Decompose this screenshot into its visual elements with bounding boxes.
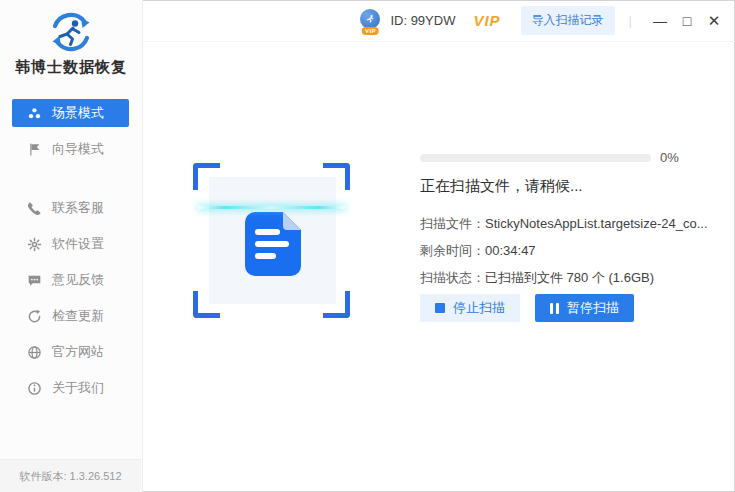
sidebar: 韩博士数据恢复 场景模式 向导模式 联系客服 (0, 0, 143, 492)
feedback-chat-icon (27, 273, 42, 288)
document-text-line (255, 229, 280, 235)
website-globe-icon (27, 345, 42, 360)
sidebar-item-check-update[interactable]: 检查更新 (12, 302, 129, 330)
scan-status-heading: 正在扫描文件，请稍候... (420, 177, 583, 196)
topbar-divider: | (629, 13, 632, 28)
bracket-top-right (323, 163, 350, 190)
import-scan-record-button[interactable]: 导入扫描记录 (521, 6, 615, 35)
scan-file-value: StickyNotesAppList.targetsize-24_co... (485, 216, 708, 231)
sidebar-item-label: 检查更新 (52, 307, 104, 325)
scan-info-panel: 0% 正在扫描文件，请稍候... 扫描文件：StickyNotesAppList… (420, 150, 725, 330)
sidebar-item-label: 意见反馈 (52, 271, 104, 289)
sidebar-item-label: 关于我们 (52, 379, 104, 397)
maximize-button[interactable]: □ (676, 10, 698, 32)
document-icon (245, 212, 301, 276)
check-update-icon (27, 309, 42, 324)
scan-buttons: 停止扫描 暂停扫描 (420, 294, 634, 322)
scan-state-label: 扫描状态： (420, 270, 485, 285)
remaining-time-row: 剩余时间：00:34:47 (420, 237, 708, 264)
menu-gap (0, 171, 142, 194)
app-title: 韩博士数据恢复 (0, 58, 142, 77)
sidebar-item-label: 向导模式 (52, 140, 104, 158)
sidebar-item-settings[interactable]: 软件设置 (12, 230, 129, 258)
sidebar-item-label: 联系客服 (52, 199, 104, 217)
app-window: 韩博士数据恢复 场景模式 向导模式 联系客服 (0, 0, 735, 492)
version-footer: 软件版本: 1.3.26.512 (0, 459, 141, 492)
document-text-line (255, 241, 289, 247)
pause-scan-label: 暂停扫描 (567, 299, 619, 317)
bracket-bottom-left (193, 291, 220, 318)
app-logo-icon (48, 9, 94, 55)
bracket-top-left (193, 163, 220, 190)
minimize-button[interactable]: — (649, 10, 671, 32)
pause-scan-button[interactable]: 暂停扫描 (535, 294, 634, 322)
account-avatar (360, 9, 380, 29)
about-info-icon (27, 381, 42, 396)
vip-label[interactable]: VIP (473, 12, 500, 29)
remaining-time-label: 剩余时间： (420, 243, 485, 258)
sidebar-item-wizard-mode[interactable]: 向导模式 (12, 135, 129, 163)
sidebar-item-label: 软件设置 (52, 235, 104, 253)
scan-beam (198, 206, 345, 209)
progress-percent-label: 0% (660, 150, 679, 165)
scan-state-row: 扫描状态：已扫描到文件 780 个 (1.6GB) (420, 264, 708, 291)
progress-row: 0% (420, 150, 679, 165)
stop-icon (435, 303, 445, 313)
close-button[interactable]: ✕ (703, 10, 725, 32)
sidebar-item-feedback[interactable]: 意见反馈 (12, 266, 129, 294)
vip-ribbon: VIP (362, 27, 379, 35)
document-text-line (255, 253, 276, 259)
topbar: VIP ID: 99YDW VIP 导入扫描记录 | — □ ✕ (143, 0, 735, 42)
bracket-bottom-right (323, 291, 350, 318)
sidebar-item-label: 场景模式 (52, 104, 104, 122)
sidebar-menu: 场景模式 向导模式 联系客服 软件设置 (0, 99, 142, 410)
version-label: 软件版本: 1.3.26.512 (19, 469, 121, 484)
scene-mode-icon (27, 106, 42, 121)
scanner-illustration (193, 163, 350, 318)
wizard-mode-icon (27, 142, 42, 157)
stop-scan-button[interactable]: 停止扫描 (420, 294, 520, 322)
scan-details: 扫描文件：StickyNotesAppList.targetsize-24_co… (420, 210, 708, 291)
settings-gear-icon (27, 237, 42, 252)
stop-scan-label: 停止扫描 (453, 299, 505, 317)
scan-file-row: 扫描文件：StickyNotesAppList.targetsize-24_co… (420, 210, 708, 237)
sidebar-item-label: 官方网站 (52, 343, 104, 361)
sidebar-item-about[interactable]: 关于我们 (12, 374, 129, 402)
pause-icon (550, 303, 559, 314)
vip-account-badge-icon: VIP (358, 9, 382, 33)
progress-bar (420, 154, 651, 162)
scan-file-label: 扫描文件： (420, 216, 485, 231)
sidebar-item-website[interactable]: 官方网站 (12, 338, 129, 366)
contact-support-icon (27, 201, 42, 216)
scan-state-value: 已扫描到文件 780 个 (1.6GB) (485, 270, 654, 285)
remaining-time-value: 00:34:47 (485, 243, 536, 258)
sidebar-item-contact-support[interactable]: 联系客服 (12, 194, 129, 222)
user-id-label: ID: 99YDW (390, 13, 455, 28)
sidebar-item-scene-mode[interactable]: 场景模式 (12, 99, 129, 127)
